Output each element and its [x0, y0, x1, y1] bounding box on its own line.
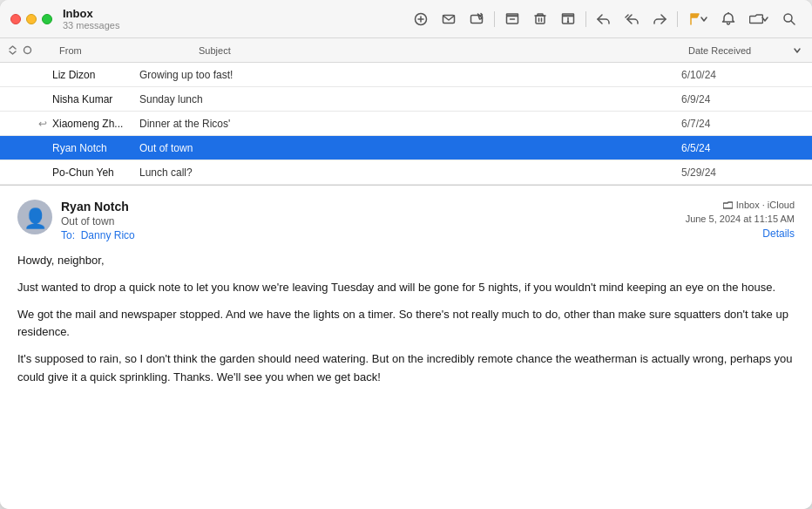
email-detail-to: To: Danny Rico [61, 229, 686, 241]
svg-point-15 [568, 21, 569, 22]
email-list: Liz Dizon Growing up too fast! 6/10/24 N… [0, 63, 812, 185]
flag-button[interactable] [683, 9, 713, 30]
email-date: 6/5/24 [681, 142, 812, 154]
search-button[interactable] [777, 9, 802, 30]
note-button[interactable] [409, 9, 433, 30]
email-from: Liz Dizon [52, 69, 139, 81]
email-detail-subject: Out of town [61, 215, 686, 227]
junk-icon [561, 12, 575, 26]
compose-button[interactable] [464, 9, 489, 30]
email-detail-sender: Ryan Notch [61, 200, 686, 214]
details-link[interactable]: Details [762, 227, 795, 240]
svg-line-5 [481, 13, 483, 15]
email-detail-info: Ryan Notch Out of town To: Danny Rico [61, 200, 686, 241]
row-indicator: ↩ [0, 118, 52, 130]
email-subject: Sunday lunch [139, 93, 681, 105]
svg-rect-9 [536, 16, 545, 24]
sort-desc-icon [793, 46, 802, 55]
toolbar-divider-1 [494, 11, 495, 27]
mail-window: Inbox 33 messages [0, 0, 812, 509]
chevron-down-icon-2 [761, 16, 768, 23]
bell-icon [721, 12, 735, 26]
close-button[interactable] [10, 14, 21, 24]
traffic-lights [10, 14, 52, 24]
forward-button[interactable] [647, 9, 672, 30]
email-date: 6/9/24 [681, 93, 812, 105]
mail-icon [442, 12, 456, 26]
email-row[interactable]: Nisha Kumar Sunday lunch 6/9/24 [0, 87, 812, 112]
email-detail-header: 👤 Ryan Notch Out of town To: Danny Rico [17, 200, 795, 241]
email-detail-location: Inbox · iCloud [723, 200, 795, 210]
reply-icon [597, 12, 611, 26]
notify-button[interactable] [716, 9, 741, 30]
minimize-button[interactable] [26, 14, 37, 24]
email-from: Nisha Kumar [52, 93, 139, 105]
email-row[interactable]: Liz Dizon Growing up too fast! 6/10/24 [0, 63, 812, 87]
column-header-subject: Subject [192, 45, 681, 56]
sort-icon [7, 44, 18, 56]
toolbar-divider-3 [677, 11, 678, 27]
reply-button[interactable] [592, 9, 616, 30]
column-header-from: From [52, 45, 192, 56]
window-title-text: Inbox [63, 7, 119, 20]
search-icon [782, 12, 796, 26]
email-subject: Lunch call? [139, 166, 681, 179]
email-date: 6/10/24 [681, 69, 812, 81]
column-header-date: Date Received [681, 45, 812, 56]
email-paragraph: Howdy, neighbor, [17, 252, 795, 270]
email-date: 5/29/24 [681, 166, 812, 179]
email-paragraph: We got the mail and newspaper stopped. A… [17, 306, 795, 343]
email-row[interactable]: ↩ Xiaomeng Zh... Dinner at the Ricos' 6/… [0, 112, 812, 136]
maximize-button[interactable] [42, 14, 52, 24]
email-panel: From Subject Date Received Liz Dizon Gro… [0, 38, 812, 509]
email-date: 6/7/24 [681, 118, 812, 130]
trash-icon [533, 12, 547, 26]
mail-button[interactable] [436, 9, 461, 30]
inbox-folder-icon [723, 200, 733, 210]
note-icon [414, 12, 428, 26]
email-subject: Growing up too fast! [139, 69, 681, 81]
email-row[interactable]: Po-Chun Yeh Lunch call? 5/29/24 [0, 160, 812, 185]
email-detail-meta: Inbox · iCloud June 5, 2024 at 11:15 AM … [686, 200, 795, 240]
archive-button[interactable] [500, 9, 524, 30]
email-from: Po-Chun Yeh [52, 166, 139, 179]
email-from: Xiaomeng Zh... [52, 118, 139, 130]
email-paragraph: Just wanted to drop a quick note to let … [17, 279, 795, 297]
svg-point-19 [24, 47, 31, 54]
window-title: Inbox 33 messages [63, 7, 119, 31]
email-detail-date: June 5, 2024 at 11:15 AM [686, 214, 795, 224]
unread-filter-icon [22, 44, 33, 56]
chevron-down-icon [700, 16, 707, 23]
titlebar: Inbox 33 messages [0, 0, 812, 38]
replied-icon: ↩ [38, 118, 47, 130]
forward-icon [653, 12, 667, 26]
window-subtitle-text: 33 messages [63, 20, 119, 31]
email-paragraph: It's supposed to rain, so I don't think … [17, 350, 795, 387]
reply-all-button[interactable] [619, 9, 644, 30]
compose-icon [470, 12, 484, 26]
sort-controls[interactable] [0, 44, 52, 56]
email-subject: Dinner at the Ricos' [139, 118, 681, 130]
junk-button[interactable] [556, 9, 580, 30]
toolbar-divider-2 [585, 11, 586, 27]
email-body: Howdy, neighbor,Just wanted to drop a qu… [17, 252, 795, 387]
delete-button[interactable] [528, 9, 552, 30]
toolbar [409, 9, 802, 30]
reply-all-icon [625, 12, 639, 26]
sender-avatar: 👤 [17, 200, 52, 234]
reading-pane: 👤 Ryan Notch Out of town To: Danny Rico [0, 186, 812, 509]
svg-line-18 [791, 21, 795, 24]
email-subject: Out of town [139, 142, 681, 154]
email-row[interactable]: Ryan Notch Out of town 6/5/24 [0, 136, 812, 160]
move-button[interactable] [744, 9, 774, 30]
email-from: Ryan Notch [52, 142, 139, 154]
list-header: From Subject Date Received [0, 38, 812, 63]
archive-icon [505, 12, 519, 26]
